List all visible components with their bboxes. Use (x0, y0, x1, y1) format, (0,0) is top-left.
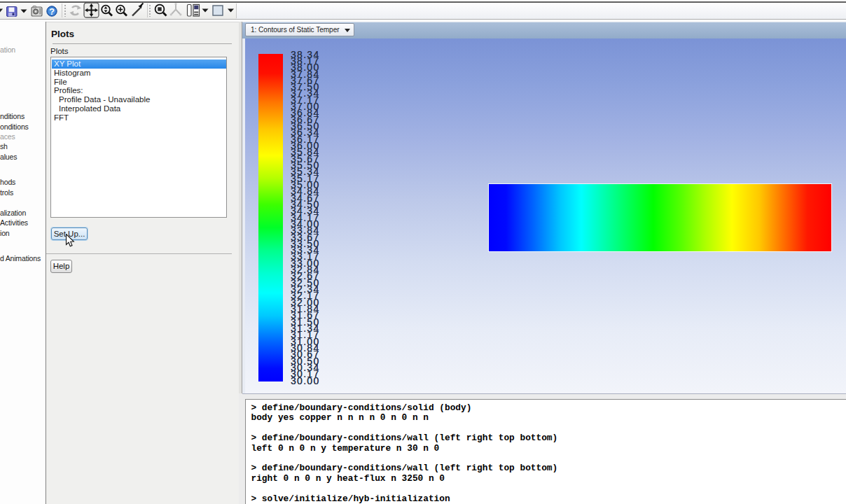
svg-text:?: ? (49, 7, 55, 17)
